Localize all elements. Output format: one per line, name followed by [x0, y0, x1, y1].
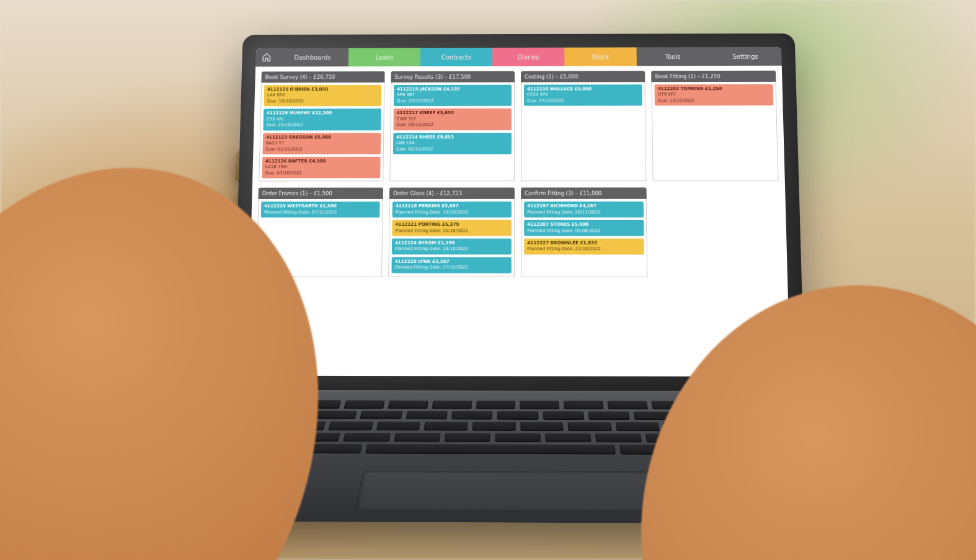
- kanban-card[interactable]: 4112219 JACKSON £4,197SP6 3RTDue: 27/10/…: [394, 85, 512, 107]
- kanban-card[interactable]: 4112227 BROWNLEE £1,833Planned Fitting D…: [524, 239, 644, 255]
- trackpad: [355, 471, 681, 512]
- kanban-card[interactable]: 4112124 BYROM £1,190Planned Fitting Date…: [392, 239, 512, 255]
- kanban-column: Order Glass (4) – £12,7234112118 PERKINS…: [388, 188, 515, 277]
- kanban-card[interactable]: 4112207 STORES £5,000Planned Fitting Dat…: [524, 220, 644, 236]
- column-body: 4112118 PERKINS £3,867Planned Fitting Da…: [388, 199, 515, 277]
- nav-leads[interactable]: Leads: [348, 48, 420, 66]
- nav-tools[interactable]: Tools: [637, 47, 709, 66]
- column-header[interactable]: Confirm Fitting (3) – £11,000: [521, 188, 647, 200]
- kanban-column: Book Survey (4) – £26,7504112125 O'BRIEN…: [259, 71, 384, 182]
- kanban-column: Book Fitting (1) – £1,2504112203 TOMKINS…: [651, 71, 778, 182]
- column-body: 4112130 WALLACE £5,000CF24 3PVDue: 27/10…: [521, 82, 646, 181]
- kanban-card[interactable]: 4112125 O'BRIEN £3,050LA4 9FDDue: 10/10/…: [264, 85, 381, 107]
- kanban-column: Survey Results (3) – £17,5004112219 JACK…: [389, 71, 515, 182]
- kanban-board: Book Survey (4) – £26,7504112125 O'BRIEN…: [247, 66, 791, 377]
- nav-stock[interactable]: Stock: [564, 47, 637, 66]
- nav-contracts[interactable]: Contracts: [420, 48, 492, 66]
- kanban-card[interactable]: 4112225 WESTGARTH £1,500Planned Fitting …: [261, 202, 380, 218]
- kanban-row-1: Book Survey (4) – £26,7504112125 O'BRIEN…: [259, 71, 778, 182]
- nav-dashboards[interactable]: Dashboards: [277, 48, 348, 66]
- column-body: 4112203 TOMKINS £1,250OT9 8RTDue: 12/10/…: [651, 82, 778, 182]
- kanban-card[interactable]: 4112197 RICHMOND £4,167Planned Fitting D…: [524, 202, 644, 218]
- laptop: Dashboards Leads Contracts Diaries Stock…: [233, 33, 805, 391]
- column-body: 4112125 O'BRIEN £3,050LA4 9FDDue: 10/10/…: [259, 82, 384, 182]
- app-screen: Dashboards Leads Contracts Diaries Stock…: [247, 47, 791, 377]
- column-header[interactable]: Book Survey (4) – £26,750: [261, 71, 384, 82]
- kanban-card[interactable]: 4112126 RAFTER £4,500LA16 7GHDue: 07/10/…: [262, 157, 380, 179]
- kanban-card[interactable]: 4112130 WALLACE £5,000CF24 3PVDue: 27/10…: [524, 84, 642, 106]
- kanban-card[interactable]: 4112203 TOMKINS £1,250OT9 8RTDue: 12/10/…: [654, 84, 773, 106]
- kanban-card[interactable]: 4112129 MURPHY £12,200CT5 4RLDue: 25/10/…: [263, 109, 381, 130]
- kanban-card[interactable]: 4112217 KNEEF £3,650CW9 3LPDue: 09/10/20…: [393, 109, 512, 130]
- kanban-card[interactable]: 4112214 RHEES £9,653LN8 1SADue: 02/11/20…: [393, 133, 512, 154]
- laptop-lid: Dashboards Leads Contracts Diaries Stock…: [233, 33, 805, 391]
- nav-settings[interactable]: Settings: [709, 47, 782, 66]
- column-header[interactable]: Order Glass (4) – £12,723: [389, 188, 515, 199]
- column-header[interactable]: Book Fitting (1) – £1,250: [651, 71, 776, 82]
- column-header[interactable]: Order Frames (1) – £1,500: [258, 188, 383, 199]
- nav-diaries[interactable]: Diaries: [492, 48, 564, 66]
- kanban-card[interactable]: 4112121 PORTING £5,379Planned Fitting Da…: [392, 220, 512, 236]
- home-icon: [262, 52, 271, 63]
- kanban-card[interactable]: 4112123 GREGSON £5,000BA21 5TDue: 01/10/…: [262, 133, 381, 154]
- nav-home[interactable]: [255, 48, 277, 67]
- top-nav: Dashboards Leads Contracts Diaries Stock…: [255, 47, 782, 67]
- column-header[interactable]: Survey Results (3) – £17,500: [391, 71, 515, 82]
- kanban-column: Costing (1) – £5,0004112130 WALLACE £5,0…: [521, 71, 646, 181]
- column-header[interactable]: Costing (1) – £5,000: [521, 71, 645, 82]
- kanban-row-2: Order Frames (1) – £1,5004112225 WESTGAR…: [256, 188, 781, 278]
- kanban-column: Confirm Fitting (3) – £11,0004112197 RIC…: [521, 188, 647, 278]
- column-body: 4112219 JACKSON £4,197SP6 3RTDue: 27/10/…: [389, 82, 515, 182]
- kanban-card[interactable]: 4112220 LYNN £2,287Planned Fitting Date:…: [391, 257, 511, 273]
- kanban-column: [653, 188, 781, 278]
- kanban-card[interactable]: 4112118 PERKINS £3,867Planned Fitting Da…: [393, 202, 512, 218]
- column-body: 4112197 RICHMOND £4,167Planned Fitting D…: [521, 199, 647, 277]
